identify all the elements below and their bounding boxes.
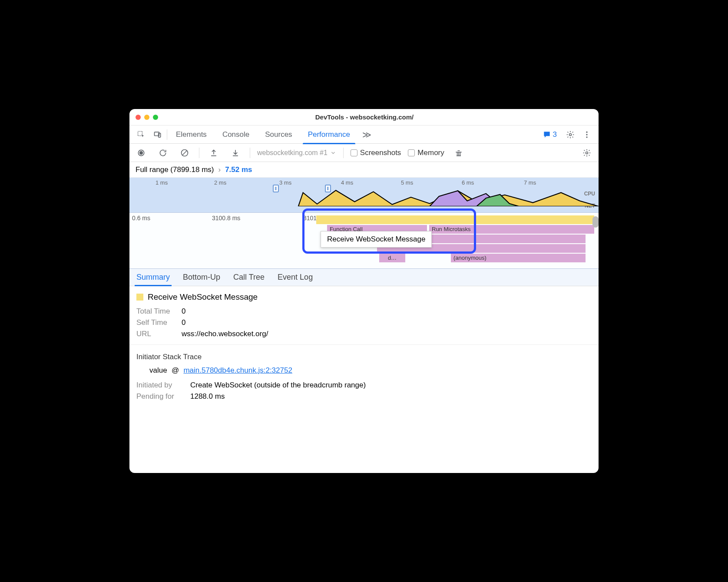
flame-tooltip: Receive WebSocket Message <box>321 231 432 248</box>
tab-sources[interactable]: Sources <box>258 126 299 144</box>
stack-frame: value @ main.5780db4e.chunk.js:2:32752 <box>149 366 592 375</box>
summary-panel: Receive WebSocket Message Total Time0 Se… <box>129 286 599 473</box>
summary-color-swatch <box>136 294 143 301</box>
download-icon[interactable] <box>228 146 243 160</box>
breadcrumb: Full range (7899.18 ms) › 7.52 ms <box>129 162 599 178</box>
screenshots-checkbox[interactable]: Screenshots <box>351 149 401 157</box>
main-tabbar: Elements Console Sources Performance ≫ 3 <box>129 126 599 144</box>
tab-performance[interactable]: Performance <box>301 126 357 144</box>
maximize-window-button[interactable] <box>153 115 158 120</box>
upload-icon[interactable] <box>206 146 221 160</box>
tab-elements[interactable]: Elements <box>169 126 214 144</box>
overview-handle-right[interactable] <box>325 185 331 192</box>
breadcrumb-selection[interactable]: 7.52 ms <box>225 165 252 174</box>
reload-record-button[interactable] <box>156 146 170 160</box>
overview-cpu-art <box>129 188 599 206</box>
detail-tab-calltree[interactable]: Call Tree <box>233 273 265 282</box>
detail-tabs: Summary Bottom-Up Call Tree Event Log <box>129 269 599 286</box>
flame-run-microtasks[interactable]: Run Microtasks <box>429 225 594 234</box>
stack-trace-heading: Initiator Stack Trace <box>136 353 592 361</box>
svg-point-6 <box>586 136 587 138</box>
svg-point-5 <box>586 134 587 135</box>
flame-event-root[interactable] <box>316 215 594 224</box>
stack-frame-link[interactable]: main.5780db4e.chunk.js:2:32752 <box>183 366 292 374</box>
detail-tab-summary[interactable]: Summary <box>136 273 170 282</box>
flamechart-scrollbar[interactable] <box>592 216 599 228</box>
record-button[interactable] <box>134 146 149 160</box>
more-menu-icon[interactable] <box>579 127 594 142</box>
titlebar: DevTools - websocketking.com/ <box>129 109 599 126</box>
close-window-button[interactable] <box>136 115 141 120</box>
breadcrumb-full-range[interactable]: Full range (7899.18 ms) <box>136 165 214 174</box>
device-toolbar-icon[interactable] <box>150 127 165 142</box>
flamechart[interactable]: 0.6 ms 3100.8 ms 3101.0 ms 3101.2 ms 310… <box>129 212 599 269</box>
collect-garbage-icon[interactable] <box>451 146 466 160</box>
svg-point-3 <box>569 133 572 136</box>
tab-console[interactable]: Console <box>215 126 256 144</box>
memory-checkbox[interactable]: Memory <box>408 149 444 157</box>
flame-d[interactable]: d… <box>379 254 405 262</box>
overview-minimap[interactable]: 1 ms 2 ms 3 ms 4 ms 5 ms 6 ms 7 ms CPU N… <box>129 178 599 212</box>
window-title: DevTools - websocketking.com/ <box>158 113 571 121</box>
chevron-right-icon: › <box>218 165 221 174</box>
overview-handle-left[interactable] <box>273 185 279 192</box>
svg-point-10 <box>586 152 588 154</box>
detail-tab-bottomup[interactable]: Bottom-Up <box>183 273 220 282</box>
detail-tab-eventlog[interactable]: Event Log <box>278 273 313 282</box>
svg-point-4 <box>586 131 587 132</box>
svg-rect-0 <box>138 131 142 136</box>
performance-toolbar: websocketking.com #1 Screenshots Memory <box>129 144 599 162</box>
recording-selector[interactable]: websocketking.com #1 <box>257 149 336 157</box>
inspect-element-icon[interactable] <box>134 127 149 142</box>
minimize-window-button[interactable] <box>144 115 149 120</box>
summary-title: Receive WebSocket Message <box>136 292 592 302</box>
flame-anonymous[interactable]: (anonymous) <box>451 254 586 262</box>
traffic-lights <box>136 115 158 120</box>
settings-gear-icon[interactable] <box>563 127 578 142</box>
clear-button[interactable] <box>177 146 192 160</box>
svg-point-8 <box>140 151 143 154</box>
console-message-badge[interactable]: 3 <box>538 130 561 139</box>
devtools-window: DevTools - websocketking.com/ Elements C… <box>129 109 599 473</box>
capture-settings-gear-icon[interactable] <box>579 146 594 160</box>
tabs-overflow-button[interactable]: ≫ <box>359 129 375 140</box>
